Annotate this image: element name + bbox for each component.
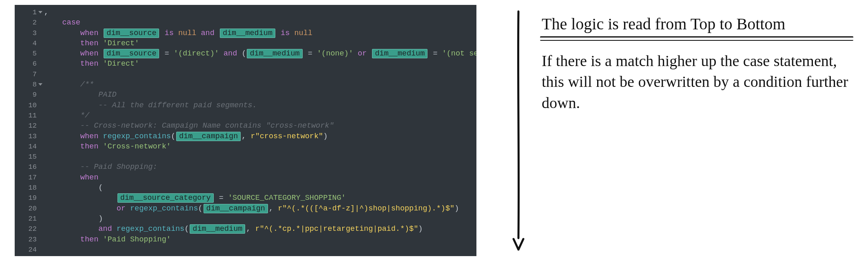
code-token: r"^(.*(([^a-df-z]|^)shop|shopping).*)$" [278, 204, 454, 213]
code-token [276, 29, 281, 38]
line-number: 20 [15, 203, 40, 214]
code-token [112, 225, 117, 233]
code-token: when [80, 29, 98, 38]
code-content: ( [40, 183, 476, 193]
code-token: r"^(.*cp.*|ppc|retargeting|paid.*)$" [255, 225, 418, 233]
code-line: 8 /** [15, 80, 476, 90]
code-token: then [80, 142, 98, 151]
flow-arrow [512, 10, 525, 251]
code-token: '(none)' [317, 49, 353, 58]
code-line: 4 then 'Direct' [15, 38, 476, 49]
code-content: -- All the different paid segments. [40, 100, 476, 111]
annotation-body: If there is a match higher up the case s… [542, 51, 852, 113]
line-number: 12 [15, 121, 40, 131]
code-content: -- Paid Shopping: [40, 162, 476, 172]
code-lines-container: 1,2 case3 when dim__source is null and d… [15, 5, 476, 255]
code-token [219, 49, 224, 58]
code-line: 14 then 'Cross-network' [15, 142, 476, 152]
code-content: case [40, 18, 476, 28]
code-token: -- All the different paid segments. [98, 101, 257, 110]
code-token: */ [80, 111, 89, 120]
code-token: is [281, 29, 290, 38]
code-line: 23 then 'Paid Shopping' [15, 234, 476, 245]
dimension-chip: dim__medium [220, 29, 275, 38]
line-number: 19 [15, 193, 40, 203]
code-token: and [98, 225, 112, 233]
code-token: r"cross-network" [251, 132, 323, 141]
code-content: when dim__source is null and dim__medium… [40, 28, 476, 38]
line-number: 13 [15, 131, 40, 142]
code-token [126, 204, 130, 213]
dimension-chip: dim__campaign [176, 132, 241, 141]
line-number: 11 [15, 111, 40, 121]
annotation-heading: The logic is read from Top to Bottom [542, 14, 852, 38]
code-token: 'Direct' [103, 60, 139, 68]
code-token: when [80, 132, 98, 141]
line-number: 16 [15, 162, 40, 172]
dimension-chip: dim__medium [190, 224, 245, 234]
code-line: 17 when [15, 173, 476, 183]
code-token: , [241, 132, 250, 141]
fold-chevron-icon[interactable] [38, 83, 42, 86]
code-token: = [433, 49, 437, 58]
code-line: 7 [15, 69, 476, 80]
code-token: = [219, 194, 224, 202]
code-line: 12 -- Cross-network: Campaign Name conta… [15, 121, 476, 131]
code-token: or [358, 49, 367, 58]
code-line: 6 then 'Direct' [15, 59, 476, 69]
code-token: , [44, 8, 49, 17]
code-content: , [40, 7, 476, 18]
code-token [353, 49, 358, 58]
code-line: 9 PAID [15, 90, 476, 100]
code-token: ( [98, 184, 103, 192]
line-number: 17 [15, 173, 40, 183]
code-content: when dim__source = '(direct)' and (dim__… [40, 49, 476, 59]
code-token: regexp_contains [130, 204, 198, 213]
code-content: ) [40, 214, 476, 224]
line-number: 8 [15, 80, 40, 90]
code-token [98, 235, 103, 244]
code-token: 'Direct' [103, 39, 139, 48]
code-token: and [224, 49, 237, 58]
dimension-chip: dim__campaign [204, 204, 268, 213]
code-content: when [40, 173, 476, 183]
code-token: is [165, 29, 174, 38]
line-number: 1 [15, 7, 40, 18]
code-token: , [269, 204, 278, 213]
line-number: 15 [15, 152, 40, 162]
code-token: regexp_contains [117, 225, 185, 233]
code-token: ( [198, 204, 203, 213]
code-token: then [80, 60, 98, 68]
code-editor: 1,2 case3 when dim__source is null and d… [15, 5, 476, 256]
code-token: '(direct)' [174, 49, 219, 58]
line-number: 5 [15, 49, 40, 59]
line-number: 23 [15, 234, 40, 245]
fold-chevron-icon[interactable] [38, 11, 42, 13]
code-line: 15 [15, 152, 476, 162]
code-line: 20 or regexp_contains(dim__campaign, r"^… [15, 203, 476, 214]
code-content: then 'Paid Shopping' [40, 234, 476, 245]
code-content: then 'Direct' [40, 59, 476, 69]
code-token: -- Cross-network: Campaign Name contains… [80, 122, 334, 130]
code-token: 'Paid Shopping' [103, 235, 171, 244]
code-token [224, 194, 228, 202]
code-line: 10 -- All the different paid segments. [15, 100, 476, 111]
code-token: -- Paid Shopping: [80, 163, 157, 171]
code-token: PAID [98, 91, 116, 99]
stage: 1,2 case3 when dim__source is null and d… [0, 0, 868, 261]
line-number: 2 [15, 18, 40, 28]
code-token: , [246, 225, 255, 233]
code-token [215, 29, 219, 38]
code-token: = [165, 49, 169, 58]
line-number: 10 [15, 100, 40, 111]
code-token [312, 49, 317, 58]
line-number: 4 [15, 38, 40, 49]
code-token [160, 49, 164, 58]
code-token: = [308, 49, 312, 58]
code-line: 1, [15, 7, 476, 18]
code-token: then [80, 235, 98, 244]
code-token: 'SOURCE_CATEGORY_SHOPPING' [228, 194, 346, 202]
code-token: ( [241, 49, 246, 58]
code-token [98, 49, 103, 58]
code-content: and regexp_contains(dim__medium, r"^(.*c… [40, 224, 476, 234]
